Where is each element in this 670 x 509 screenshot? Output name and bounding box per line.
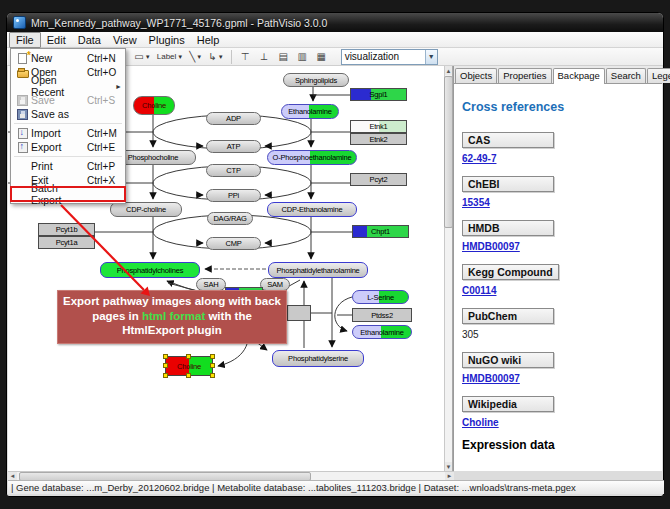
canvas-horizontal-scrollbar[interactable]: ◄ ►	[8, 471, 454, 480]
xref-link[interactable]: 62-49-7	[462, 153, 654, 164]
xref-link[interactable]: C00114	[462, 285, 654, 296]
menu-item-shortcut: Ctrl+M	[87, 128, 122, 139]
file-menu-item-batch-export[interactable]: Batch Export	[11, 187, 125, 201]
menu-data[interactable]: Data	[72, 33, 107, 47]
pathway-node-gene-box[interactable]	[287, 305, 311, 321]
pathway-node-ethanolamine[interactable]: Ethanolamine	[352, 325, 412, 339]
pathway-node-ethanolamine[interactable]: Ethanolamine	[281, 104, 339, 119]
selection-handle[interactable]	[163, 363, 168, 368]
menu-file[interactable]: File	[9, 32, 41, 48]
pathway-node-sgpl1[interactable]: Sgpl1	[350, 88, 407, 101]
tab-properties[interactable]: Properties	[498, 68, 551, 83]
toolbar-buttons: ▭▼Label▼╲▼↳▼⊤⟂▤▥▦	[132, 49, 329, 64]
pathway-node-etnk2[interactable]: Etnk2	[350, 133, 407, 145]
menu-item-shortcut: Ctrl+S	[87, 95, 122, 106]
align-center-icon: ⊤	[241, 51, 250, 63]
menu-view[interactable]: View	[107, 33, 143, 47]
pathway-node-phosphatidylcholines[interactable]: Phosphatidylcholines	[100, 262, 200, 278]
pathvisio-window: Mm_Kennedy_pathway_WP1771_45176.gpml - P…	[6, 12, 664, 497]
pathway-node-o-phosphoethanolamine[interactable]: O-Phosphoethanolamine	[267, 150, 357, 165]
chevron-down-icon[interactable]: ▼	[177, 54, 183, 60]
scroll-up-icon[interactable]: ▲	[445, 66, 452, 75]
chevron-down-icon[interactable]: ▼	[218, 54, 224, 60]
tab-objects[interactable]: Objects	[455, 68, 497, 83]
menu-bar: FileEditDataViewPluginsHelp	[7, 32, 663, 48]
label-node-button[interactable]: Label▼	[155, 49, 186, 64]
xref-link[interactable]: HMDB00097	[462, 373, 654, 384]
status-text: | Gene database: ...m_Derby_20120602.bri…	[11, 482, 576, 493]
align-middle-button[interactable]: ⟂	[256, 49, 273, 64]
xref-section-kegg-compound: Kegg CompoundC00114	[462, 262, 654, 296]
pathway-node-pcyt2[interactable]: Pcyt2	[350, 173, 407, 186]
xref-link[interactable]: 15354	[462, 197, 654, 208]
xref-section-header: ChEBI	[462, 176, 554, 192]
pathway-node-pcyt1a[interactable]: Pcyt1a	[38, 236, 95, 249]
title-bar[interactable]: Mm_Kennedy_pathway_WP1771_45176.gpml - P…	[7, 13, 663, 32]
pathway-node-l-serine[interactable]: L-Serine	[352, 290, 409, 304]
pathway-node-cdp-choline[interactable]: CDP-choline	[110, 202, 182, 217]
menu-help[interactable]: Help	[191, 33, 226, 47]
selection-handle[interactable]	[186, 354, 191, 359]
pathway-node-ctp[interactable]: CTP	[206, 164, 261, 177]
window-title: Mm_Kennedy_pathway_WP1771_45176.gpml - P…	[31, 17, 327, 29]
pathway-node-chpt1[interactable]: Chpt1	[352, 225, 409, 238]
tab-legend[interactable]: Legend	[647, 68, 670, 83]
pathway-node-etnk1[interactable]: Etnk1	[350, 120, 407, 133]
connector-tool-button[interactable]: ↳▼	[206, 49, 225, 64]
chevron-down-icon[interactable]: ▼	[196, 54, 202, 60]
expression-data-heading: Expression data	[462, 438, 654, 452]
selection-handle[interactable]	[210, 373, 215, 378]
menu-plugins[interactable]: Plugins	[143, 33, 191, 47]
file-menu-item-print[interactable]: PrintCtrl+P	[11, 159, 125, 173]
file-menu-item-save-as[interactable]: Save as	[11, 107, 125, 121]
xref-section-header: Wikipedia	[462, 396, 554, 412]
pathway-node-atp[interactable]: ATP	[206, 140, 261, 153]
selection-handle[interactable]	[210, 363, 215, 368]
file-menu-item-new[interactable]: NewCtrl+N	[11, 51, 125, 65]
pathway-node-choline[interactable]: Choline	[133, 96, 175, 115]
stack-columns-button[interactable]: ▥	[294, 49, 311, 64]
canvas-vertical-scrollbar[interactable]: ▲ ▼	[444, 66, 453, 471]
selection-handle[interactable]	[186, 373, 191, 378]
file-menu-item-import[interactable]: ImportCtrl+M	[11, 126, 125, 140]
xref-link[interactable]: HMDB00097	[462, 241, 654, 252]
selection-handle[interactable]	[210, 354, 215, 359]
menu-item-label: Export	[31, 141, 87, 153]
print-button[interactable]: ▦	[313, 49, 330, 64]
xref-link[interactable]: Choline	[462, 417, 654, 428]
file-menu-item-open-recent[interactable]: Open Recent►	[11, 79, 125, 93]
import-icon	[14, 128, 31, 139]
line-tool-button[interactable]: ╲▼	[187, 49, 204, 64]
chevron-down-icon[interactable]: ▼	[145, 54, 151, 60]
chevron-down-icon[interactable]: ▼	[425, 50, 437, 64]
pathway-node-adp[interactable]: ADP	[206, 112, 261, 125]
pathway-node-ptdss2[interactable]: Ptdss2	[352, 308, 412, 322]
pathway-node-sphingolipids[interactable]: Sphingolipids	[283, 73, 349, 87]
tab-search[interactable]: Search	[606, 68, 646, 83]
menu-edit[interactable]: Edit	[41, 33, 72, 47]
menu-item-shortcut: Ctrl+O	[87, 67, 122, 78]
stack-rows-icon: ▤	[278, 51, 287, 63]
side-panel: ObjectsPropertiesBackpageSearchLegend Cr…	[453, 66, 662, 471]
pathway-node-dag-rag[interactable]: DAG/RAG	[207, 212, 253, 225]
selection-handle[interactable]	[163, 354, 168, 359]
file-menu-item-save[interactable]: SaveCtrl+S	[11, 93, 125, 107]
gene-node-button[interactable]: ▭▼	[132, 49, 152, 64]
scroll-down-icon[interactable]: ▼	[445, 462, 452, 471]
pathway-node-cdp-ethanolamine[interactable]: CDP-Ethanolamine	[267, 202, 357, 217]
vertical-scroll-thumb[interactable]	[444, 76, 453, 228]
align-center-button[interactable]: ⊤	[237, 49, 254, 64]
stack-rows-button[interactable]: ▤	[275, 49, 292, 64]
menu-item-label: Save as	[31, 108, 87, 120]
pathway-node-ppi[interactable]: PPi	[206, 189, 261, 202]
pathway-node-phosphatidylserine[interactable]: Phosphatidylserine	[272, 350, 364, 367]
pathway-node-pcyt1b[interactable]: Pcyt1b	[38, 223, 95, 236]
visualization-combobox[interactable]: visualization ▼	[341, 49, 438, 65]
pathway-node-cmp[interactable]: CMP	[206, 237, 261, 250]
connector-tool-icon: ↳	[208, 51, 216, 63]
tab-backpage[interactable]: Backpage	[553, 68, 605, 84]
selection-handle[interactable]	[163, 373, 168, 378]
pathway-node-phosphatidylethanolamine[interactable]: Phosphatidylethanolamine	[268, 262, 368, 278]
pathway-node-choline[interactable]: Choline	[165, 356, 213, 376]
file-menu-item-export[interactable]: ExportCtrl+E	[11, 140, 125, 154]
